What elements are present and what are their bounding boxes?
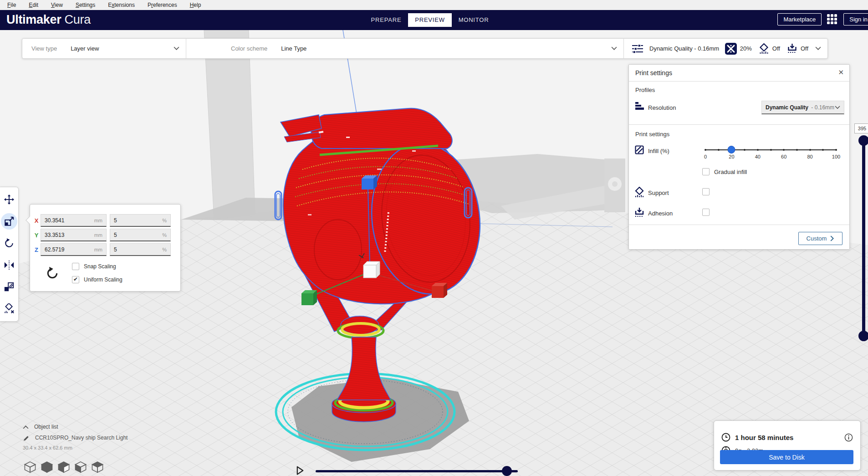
adhesion-label: Adhesion — [648, 210, 673, 217]
apps-grid-icon[interactable] — [827, 14, 838, 25]
infill-slider-handle[interactable] — [728, 146, 735, 154]
uniform-scaling-checkbox[interactable] — [72, 276, 79, 283]
chevron-down-icon — [835, 106, 840, 109]
close-icon[interactable]: ✕ — [838, 68, 844, 77]
adhesion-checkbox[interactable] — [702, 209, 710, 216]
chevron-up-icon — [23, 425, 29, 429]
chevron-down-icon[interactable] — [815, 46, 821, 51]
support-blocker-button[interactable] — [1, 301, 17, 317]
scale-tool-button[interactable] — [1, 213, 17, 230]
layer-slider-bottom-handle[interactable] — [858, 331, 868, 341]
adhesion-icon — [634, 207, 644, 218]
scale-x-percent-input[interactable]: 5% — [110, 214, 171, 227]
move-icon — [4, 194, 15, 205]
reset-scale-button[interactable] — [45, 266, 60, 281]
gradual-infill-label: Gradual infill — [714, 169, 747, 175]
menu-preferences[interactable]: Preferences — [145, 2, 180, 8]
summary-support: Off — [772, 45, 780, 52]
layer-number-input[interactable]: 395 — [854, 123, 868, 133]
mirror-tool-button[interactable] — [1, 257, 17, 273]
play-button[interactable] — [296, 466, 304, 476]
tab-prepare[interactable]: PREPARE — [364, 13, 408, 27]
summary-infill: 20% — [740, 45, 752, 52]
menu-extensions[interactable]: Extensions — [105, 2, 138, 8]
chevron-down-icon — [174, 46, 179, 51]
per-model-settings-icon — [4, 282, 15, 292]
scale-z-percent-input[interactable]: 5% — [110, 243, 171, 256]
object-list-item[interactable]: CCR10SPRO_Navy ship Search Light — [23, 432, 128, 443]
print-settings-summary[interactable]: Dynamic Quality - 0.16mm 20% Off — [623, 39, 827, 58]
menu-bar: File Edit View Settings Extensions Prefe… — [0, 0, 868, 10]
object-list-label: Object list — [34, 424, 58, 430]
summary-right: 20% Off Off — [725, 43, 821, 55]
profile-sliders-icon — [631, 43, 644, 54]
view-3d-button[interactable] — [24, 461, 36, 473]
view-type-dropdown[interactable]: View type Layer view — [22, 39, 186, 58]
scale-handle-y — [301, 290, 317, 305]
print-settings-panel: Print settings ✕ Profiles Resolution Dyn… — [628, 64, 850, 250]
infill-tick-labels: 0 20 40 60 80 100 — [705, 154, 836, 160]
view-left-button[interactable] — [74, 461, 87, 473]
stage-tabs: PREPARE PREVIEW MONITOR — [364, 13, 495, 27]
save-to-disk-button[interactable]: Save to Disk — [720, 450, 853, 464]
infill-label: Infill (%) — [648, 148, 669, 154]
scale-y-percent-input[interactable]: 5% — [110, 229, 171, 241]
menu-help[interactable]: Help — [187, 2, 204, 8]
info-icon[interactable] — [844, 433, 853, 442]
reset-icon — [45, 266, 60, 281]
move-tool-button[interactable] — [1, 191, 17, 208]
scale-icon — [4, 216, 15, 227]
layer-slider-track[interactable] — [862, 140, 865, 336]
gradual-infill-checkbox[interactable] — [702, 168, 710, 175]
axis-x-label: X — [34, 217, 39, 224]
color-scheme-label: Color scheme — [231, 45, 267, 52]
infill-badge-icon — [725, 43, 737, 55]
snap-scaling-checkbox[interactable] — [72, 263, 79, 270]
app-logo: Ultimaker Cura — [6, 13, 91, 27]
layer-slider-top-handle[interactable] — [858, 135, 868, 146]
scale-x-mm-input[interactable]: 30.3541mm — [41, 214, 107, 227]
object-dimensions: 30.4 x 33.4 x 62.6 mm — [23, 445, 128, 450]
tab-monitor[interactable]: MONITOR — [452, 13, 495, 27]
simulation-slider-handle[interactable] — [502, 466, 512, 476]
tab-preview[interactable]: PREVIEW — [408, 13, 452, 27]
mirror-icon — [4, 260, 15, 271]
menu-edit[interactable]: Edit — [26, 2, 41, 8]
menu-settings[interactable]: Settings — [73, 2, 98, 8]
marketplace-button[interactable]: Marketplace — [777, 13, 822, 26]
scale-handle-z — [362, 175, 377, 189]
menu-view[interactable]: View — [48, 2, 66, 8]
resolution-dropdown[interactable]: Dynamic Quality - 0.16mm — [761, 101, 844, 114]
scale-handle-center — [363, 261, 380, 278]
view-right-button[interactable] — [91, 461, 104, 473]
cura-window: File Edit View Settings Extensions Prefe… — [0, 0, 868, 476]
rotate-icon — [4, 238, 15, 249]
sign-in-button[interactable]: Sign in — [843, 13, 868, 26]
rotate-tool-button[interactable] — [1, 235, 17, 251]
support-blocker-icon — [4, 303, 15, 314]
scale-handle-x — [432, 283, 447, 298]
clock-icon — [721, 433, 730, 442]
scale-y-mm-input[interactable]: 33.3513mm — [41, 229, 107, 241]
resolution-label: Resolution — [648, 104, 676, 111]
support-checkbox[interactable] — [702, 188, 710, 195]
menu-file[interactable]: File — [5, 2, 19, 8]
summary-adhesion: Off — [801, 45, 808, 52]
object-name: CCR10SPRO_Navy ship Search Light — [35, 435, 128, 441]
chevron-down-icon — [611, 46, 617, 51]
summary-profile: Dynamic Quality - 0.16mm — [649, 45, 719, 52]
support-icon — [759, 43, 769, 54]
axis-z-label: Z — [34, 246, 39, 253]
view-front-button[interactable] — [41, 461, 53, 473]
object-list-toggle[interactable]: Object list — [23, 421, 128, 432]
custom-settings-button[interactable]: Custom — [798, 232, 842, 245]
simulation-slider-track[interactable] — [316, 470, 518, 472]
header-actions: Marketplace Sign in — [777, 13, 868, 26]
scale-z-mm-input[interactable]: 62.5719mm — [41, 243, 107, 256]
per-model-settings-button[interactable] — [1, 279, 17, 295]
view-top-button[interactable] — [57, 461, 70, 473]
color-scheme-dropdown[interactable]: Color scheme Line Type — [186, 39, 623, 58]
uniform-scaling-label: Uniform Scaling — [84, 276, 123, 283]
support-label: Support — [648, 189, 669, 196]
infill-slider[interactable] — [705, 148, 836, 152]
